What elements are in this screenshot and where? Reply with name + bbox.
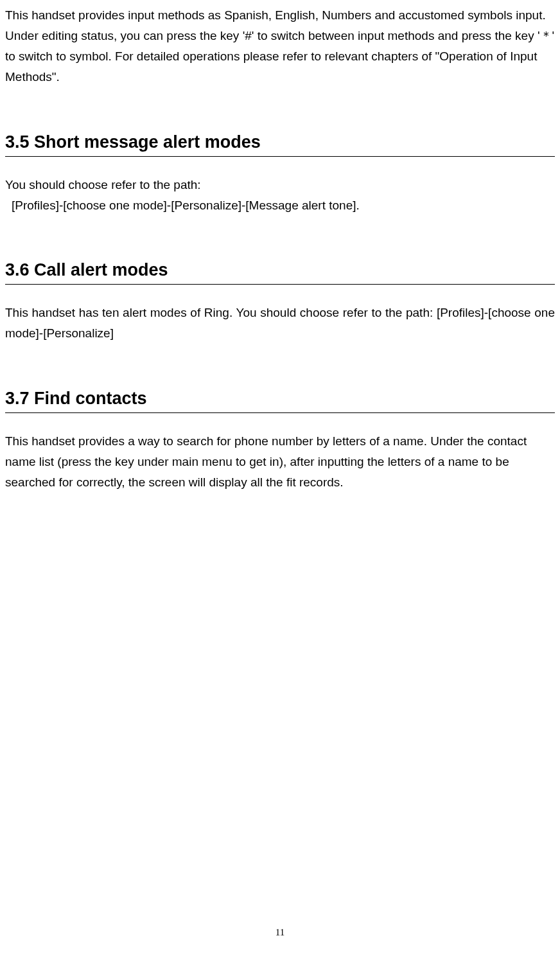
section-heading-3-6: 3.6 Call alert modes: [5, 260, 555, 285]
page-number: 11: [0, 927, 560, 938]
section-heading-3-5: 3.5 Short message alert modes: [5, 132, 555, 157]
section-body-3-7: This handset provides a way to search fo…: [5, 431, 555, 493]
intro-paragraph: This handset provides input methods as S…: [5, 5, 555, 87]
body-line-1: You should choose refer to the path:: [5, 175, 555, 195]
section-body-3-6: This handset has ten alert modes of Ring…: [5, 303, 555, 344]
body-line-2: [Profiles]-[choose one mode]-[Personaliz…: [5, 195, 555, 216]
section-heading-3-7: 3.7 Find contacts: [5, 389, 555, 413]
section-body-3-5: You should choose refer to the path: [Pr…: [5, 175, 555, 216]
